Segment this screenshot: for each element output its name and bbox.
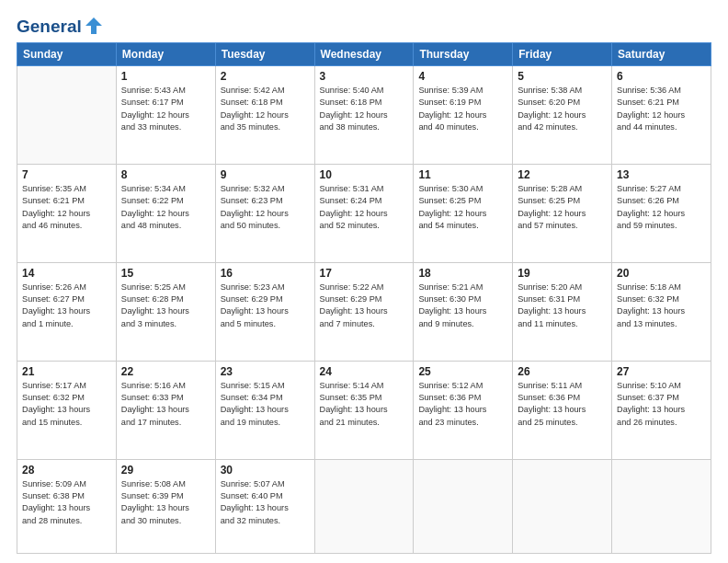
day-info: Sunrise: 5:17 AM Sunset: 6:32 PM Dayligh… bbox=[22, 380, 111, 429]
day-number: 24 bbox=[320, 365, 409, 378]
weekday-header-saturday: Saturday bbox=[612, 42, 711, 65]
day-info: Sunrise: 5:31 AM Sunset: 6:24 PM Dayligh… bbox=[320, 183, 409, 232]
day-info: Sunrise: 5:09 AM Sunset: 6:38 PM Dayligh… bbox=[22, 478, 111, 527]
day-info: Sunrise: 5:43 AM Sunset: 6:17 PM Dayligh… bbox=[121, 85, 210, 133]
calendar-cell: 18Sunrise: 5:21 AM Sunset: 6:30 PM Dayli… bbox=[414, 262, 513, 361]
day-number: 12 bbox=[518, 168, 607, 181]
week-row-0: 1Sunrise: 5:43 AM Sunset: 6:17 PM Daylig… bbox=[17, 65, 711, 164]
day-info: Sunrise: 5:25 AM Sunset: 6:28 PM Dayligh… bbox=[121, 282, 210, 330]
calendar-cell: 6Sunrise: 5:36 AM Sunset: 6:21 PM Daylig… bbox=[612, 65, 711, 164]
day-number: 15 bbox=[121, 267, 210, 280]
page: General SundayMondayTuesdayWednesdayThur… bbox=[0, 0, 728, 563]
day-info: Sunrise: 5:20 AM Sunset: 6:31 PM Dayligh… bbox=[518, 282, 607, 330]
calendar-cell: 5Sunrise: 5:38 AM Sunset: 6:20 PM Daylig… bbox=[513, 65, 612, 164]
day-number: 28 bbox=[22, 464, 111, 477]
calendar-cell: 26Sunrise: 5:11 AM Sunset: 6:36 PM Dayli… bbox=[513, 361, 612, 459]
calendar-cell: 27Sunrise: 5:10 AM Sunset: 6:37 PM Dayli… bbox=[612, 361, 711, 459]
day-info: Sunrise: 5:36 AM Sunset: 6:21 PM Dayligh… bbox=[617, 85, 706, 133]
day-info: Sunrise: 5:16 AM Sunset: 6:33 PM Dayligh… bbox=[121, 380, 210, 429]
day-number: 11 bbox=[418, 168, 507, 181]
day-number: 29 bbox=[121, 464, 210, 477]
day-number: 13 bbox=[617, 168, 706, 181]
calendar-cell: 14Sunrise: 5:26 AM Sunset: 6:27 PM Dayli… bbox=[17, 262, 117, 361]
calendar-cell: 29Sunrise: 5:08 AM Sunset: 6:39 PM Dayli… bbox=[116, 459, 215, 553]
day-info: Sunrise: 5:42 AM Sunset: 6:18 PM Dayligh… bbox=[221, 85, 310, 133]
weekday-header-friday: Friday bbox=[513, 42, 612, 65]
day-number: 22 bbox=[121, 365, 210, 378]
day-number: 19 bbox=[518, 267, 607, 280]
day-number: 16 bbox=[221, 267, 310, 280]
day-info: Sunrise: 5:38 AM Sunset: 6:20 PM Dayligh… bbox=[518, 85, 607, 133]
calendar-cell: 8Sunrise: 5:34 AM Sunset: 6:22 PM Daylig… bbox=[116, 164, 215, 262]
day-info: Sunrise: 5:15 AM Sunset: 6:34 PM Dayligh… bbox=[221, 380, 310, 429]
day-number: 10 bbox=[320, 168, 409, 181]
day-number: 23 bbox=[221, 365, 310, 378]
day-info: Sunrise: 5:30 AM Sunset: 6:25 PM Dayligh… bbox=[418, 183, 507, 232]
logo: General bbox=[17, 17, 102, 33]
day-info: Sunrise: 5:14 AM Sunset: 6:35 PM Dayligh… bbox=[320, 380, 409, 429]
day-info: Sunrise: 5:26 AM Sunset: 6:27 PM Dayligh… bbox=[22, 282, 111, 330]
calendar-table: SundayMondayTuesdayWednesdayThursdayFrid… bbox=[17, 42, 711, 554]
day-number: 17 bbox=[320, 267, 409, 280]
day-number: 5 bbox=[518, 70, 607, 83]
day-number: 27 bbox=[617, 365, 706, 378]
day-number: 18 bbox=[418, 267, 507, 280]
calendar-cell bbox=[612, 459, 711, 553]
calendar-cell: 9Sunrise: 5:32 AM Sunset: 6:23 PM Daylig… bbox=[215, 164, 314, 262]
day-number: 4 bbox=[418, 70, 507, 83]
weekday-header-monday: Monday bbox=[116, 42, 215, 65]
weekday-header-row: SundayMondayTuesdayWednesdayThursdayFrid… bbox=[17, 42, 711, 65]
calendar-cell bbox=[414, 459, 513, 553]
day-info: Sunrise: 5:34 AM Sunset: 6:22 PM Dayligh… bbox=[121, 183, 210, 232]
calendar-cell: 23Sunrise: 5:15 AM Sunset: 6:34 PM Dayli… bbox=[215, 361, 314, 459]
calendar-cell bbox=[513, 459, 612, 553]
week-row-3: 21Sunrise: 5:17 AM Sunset: 6:32 PM Dayli… bbox=[17, 361, 711, 459]
week-row-4: 28Sunrise: 5:09 AM Sunset: 6:38 PM Dayli… bbox=[17, 459, 711, 553]
day-number: 25 bbox=[418, 365, 507, 378]
week-row-1: 7Sunrise: 5:35 AM Sunset: 6:21 PM Daylig… bbox=[17, 164, 711, 262]
day-info: Sunrise: 5:39 AM Sunset: 6:19 PM Dayligh… bbox=[418, 85, 507, 133]
day-number: 3 bbox=[320, 70, 409, 83]
calendar-cell: 3Sunrise: 5:40 AM Sunset: 6:18 PM Daylig… bbox=[314, 65, 414, 164]
day-info: Sunrise: 5:32 AM Sunset: 6:23 PM Dayligh… bbox=[221, 183, 310, 232]
calendar-cell bbox=[17, 65, 117, 164]
calendar-cell: 28Sunrise: 5:09 AM Sunset: 6:38 PM Dayli… bbox=[17, 459, 117, 553]
calendar-cell: 13Sunrise: 5:27 AM Sunset: 6:26 PM Dayli… bbox=[612, 164, 711, 262]
day-info: Sunrise: 5:40 AM Sunset: 6:18 PM Dayligh… bbox=[320, 85, 409, 133]
calendar-cell: 10Sunrise: 5:31 AM Sunset: 6:24 PM Dayli… bbox=[314, 164, 414, 262]
day-info: Sunrise: 5:22 AM Sunset: 6:29 PM Dayligh… bbox=[320, 282, 409, 330]
week-row-2: 14Sunrise: 5:26 AM Sunset: 6:27 PM Dayli… bbox=[17, 262, 711, 361]
day-number: 14 bbox=[22, 267, 111, 280]
day-number: 1 bbox=[121, 70, 210, 83]
day-info: Sunrise: 5:28 AM Sunset: 6:25 PM Dayligh… bbox=[518, 183, 607, 232]
calendar-cell: 20Sunrise: 5:18 AM Sunset: 6:32 PM Dayli… bbox=[612, 262, 711, 361]
day-number: 7 bbox=[22, 168, 111, 181]
calendar-cell: 16Sunrise: 5:23 AM Sunset: 6:29 PM Dayli… bbox=[215, 262, 314, 361]
calendar-cell: 7Sunrise: 5:35 AM Sunset: 6:21 PM Daylig… bbox=[17, 164, 117, 262]
calendar-cell: 17Sunrise: 5:22 AM Sunset: 6:29 PM Dayli… bbox=[314, 262, 414, 361]
day-number: 9 bbox=[221, 168, 310, 181]
day-number: 8 bbox=[121, 168, 210, 181]
calendar-cell: 11Sunrise: 5:30 AM Sunset: 6:25 PM Dayli… bbox=[414, 164, 513, 262]
day-number: 6 bbox=[617, 70, 706, 83]
day-info: Sunrise: 5:07 AM Sunset: 6:40 PM Dayligh… bbox=[221, 478, 310, 527]
calendar-cell: 22Sunrise: 5:16 AM Sunset: 6:33 PM Dayli… bbox=[116, 361, 215, 459]
calendar-cell: 25Sunrise: 5:12 AM Sunset: 6:36 PM Dayli… bbox=[414, 361, 513, 459]
day-info: Sunrise: 5:35 AM Sunset: 6:21 PM Dayligh… bbox=[22, 183, 111, 232]
calendar-cell: 19Sunrise: 5:20 AM Sunset: 6:31 PM Dayli… bbox=[513, 262, 612, 361]
header: General bbox=[17, 17, 711, 33]
weekday-header-tuesday: Tuesday bbox=[215, 42, 314, 65]
calendar-cell: 21Sunrise: 5:17 AM Sunset: 6:32 PM Dayli… bbox=[17, 361, 117, 459]
day-number: 21 bbox=[22, 365, 111, 378]
calendar-cell: 24Sunrise: 5:14 AM Sunset: 6:35 PM Dayli… bbox=[314, 361, 414, 459]
day-number: 20 bbox=[617, 267, 706, 280]
day-number: 2 bbox=[221, 70, 310, 83]
svg-marker-0 bbox=[85, 17, 102, 34]
logo-icon bbox=[84, 16, 104, 36]
calendar-cell: 1Sunrise: 5:43 AM Sunset: 6:17 PM Daylig… bbox=[116, 65, 215, 164]
day-info: Sunrise: 5:27 AM Sunset: 6:26 PM Dayligh… bbox=[617, 183, 706, 232]
day-info: Sunrise: 5:08 AM Sunset: 6:39 PM Dayligh… bbox=[121, 478, 210, 527]
weekday-header-wednesday: Wednesday bbox=[314, 42, 414, 65]
weekday-header-thursday: Thursday bbox=[414, 42, 513, 65]
calendar-cell: 4Sunrise: 5:39 AM Sunset: 6:19 PM Daylig… bbox=[414, 65, 513, 164]
